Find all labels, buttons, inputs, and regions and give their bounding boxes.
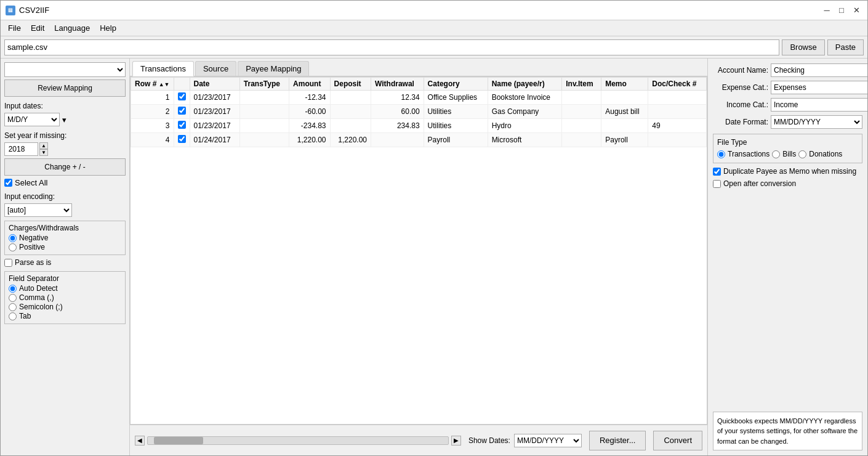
cell-category: Utilities: [424, 119, 488, 133]
cell-check[interactable]: [174, 133, 190, 147]
file-bar: Browse Paste: [1, 36, 867, 59]
app-icon: ▤: [6, 6, 15, 15]
encoding-dropdown[interactable]: [auto]: [4, 203, 72, 217]
income-cat-input[interactable]: [771, 98, 867, 112]
col-header-invitem[interactable]: Inv.Item: [562, 78, 601, 91]
year-up-button[interactable]: ▲: [39, 142, 48, 149]
scroll-left-button[interactable]: ◀: [135, 436, 145, 446]
review-mapping-button[interactable]: Review Mapping: [4, 79, 126, 97]
col-header-name[interactable]: Name (payee/r): [488, 78, 562, 91]
cell-check[interactable]: [174, 91, 190, 105]
tab-payee-mapping[interactable]: Payee Mapping: [238, 61, 309, 76]
open-after-checkbox[interactable]: [713, 180, 721, 188]
year-down-button[interactable]: ▼: [39, 149, 48, 156]
income-cat-label: Income Cat.:: [713, 100, 768, 109]
semicolon-radio[interactable]: [9, 303, 17, 311]
donations-radio[interactable]: [798, 150, 806, 158]
account-name-input[interactable]: [771, 63, 867, 77]
input-dates-label: Input dates:: [4, 102, 126, 110]
cell-rownum: 3: [131, 119, 174, 133]
menu-help[interactable]: Help: [95, 22, 121, 34]
row-checkbox[interactable]: [178, 135, 186, 143]
row-checkbox[interactable]: [178, 107, 186, 115]
horizontal-scrollbar: ◀ ▶: [135, 436, 461, 446]
bills-radio[interactable]: [772, 150, 780, 158]
tab-radio[interactable]: [9, 312, 17, 320]
cell-rownum: 1: [131, 91, 174, 105]
cell-transtype: [239, 105, 289, 119]
tab-source[interactable]: Source: [195, 61, 236, 76]
table-row: 1 01/23/2017 -12.34 12.34 Office Supplie…: [131, 91, 707, 105]
parse-as-is-row: Parse as is: [4, 258, 126, 267]
field-separator-group: Field Separator Auto Detect Comma (,) Se…: [4, 271, 126, 324]
income-cat-row: Income Cat.:: [713, 98, 862, 112]
close-button[interactable]: ✕: [850, 4, 862, 17]
scroll-track[interactable]: [147, 436, 449, 445]
menu-language[interactable]: Language: [49, 22, 95, 34]
tab-row: Tab: [9, 312, 121, 320]
open-after-label: Open after conversion: [723, 179, 796, 188]
cell-withdrawal: 12.34: [371, 91, 424, 105]
minimize-button[interactable]: ─: [821, 4, 833, 17]
tab-transactions[interactable]: Transactions: [132, 61, 194, 76]
transactions-radio-label: Transactions: [728, 150, 770, 158]
col-header-category[interactable]: Category: [424, 78, 488, 91]
cell-transtype: [239, 119, 289, 133]
spin-buttons: ▲ ▼: [39, 142, 48, 156]
charges-group: Charges/Withdrawals Negative Positive: [4, 221, 126, 255]
maximize-button[interactable]: □: [835, 4, 848, 17]
row-checkbox[interactable]: [178, 121, 186, 129]
browse-button[interactable]: Browse: [782, 39, 824, 55]
menu-edit[interactable]: Edit: [26, 22, 49, 34]
col-header-date[interactable]: Date: [190, 78, 239, 91]
cell-category: Utilities: [424, 105, 488, 119]
convert-button[interactable]: Convert: [653, 431, 702, 450]
main-dropdown[interactable]: [4, 62, 126, 77]
menu-file[interactable]: File: [3, 22, 26, 34]
cell-invitem: [562, 119, 601, 133]
title-bar: ▤ CSV2IIF ─ □ ✕: [1, 1, 867, 20]
positive-radio[interactable]: [9, 243, 17, 251]
register-button[interactable]: Register...: [589, 431, 646, 450]
cell-invitem: [562, 105, 601, 119]
col-header-doccheck[interactable]: Doc/Check #: [648, 78, 707, 91]
scroll-right-button[interactable]: ▶: [451, 436, 461, 446]
scroll-thumb[interactable]: [154, 437, 203, 444]
expense-cat-input[interactable]: [771, 81, 867, 94]
date-format-dropdown-right[interactable]: MM/DD/YYYY: [771, 115, 862, 129]
tab-label: Tab: [19, 312, 31, 320]
file-path-input[interactable]: [4, 39, 779, 55]
expense-cat-row: Expense Cat.:: [713, 81, 862, 94]
cell-withdrawal: 60.00: [371, 105, 424, 119]
change-button[interactable]: Change + / -: [4, 158, 126, 176]
bottom-bar: ◀ ▶ Show Dates: MM/DD/YYYY Register... C…: [130, 425, 707, 455]
show-dates-dropdown[interactable]: MM/DD/YYYY: [514, 434, 582, 447]
cell-amount: -234.83: [289, 119, 330, 133]
file-type-radios: Transactions Bills Donations: [717, 149, 858, 159]
year-input[interactable]: [4, 142, 38, 156]
duplicate-payee-checkbox[interactable]: [713, 168, 721, 176]
date-format-dropdown[interactable]: M/D/Y: [4, 113, 60, 126]
parse-as-is-checkbox[interactable]: [4, 259, 12, 267]
col-header-withdrawal[interactable]: Withdrawal: [371, 78, 424, 91]
comma-radio[interactable]: [9, 294, 17, 302]
col-header-deposit[interactable]: Deposit: [330, 78, 371, 91]
cell-check[interactable]: [174, 105, 190, 119]
table-row: 2 01/23/2017 -60.00 60.00 Utilities Gas …: [131, 105, 707, 119]
auto-detect-radio[interactable]: [9, 285, 17, 293]
transactions-radio[interactable]: [717, 150, 725, 158]
info-text: Quickbooks expects MM/DD/YYYY regardless…: [717, 417, 858, 445]
negative-radio[interactable]: [9, 234, 17, 242]
cell-name: Microsoft: [488, 133, 562, 147]
row-checkbox[interactable]: [178, 92, 186, 100]
col-header-amount[interactable]: Amount: [289, 78, 330, 91]
main-layout: Review Mapping Input dates: M/D/Y ▾ Set …: [1, 59, 867, 455]
auto-detect-label: Auto Detect: [19, 284, 58, 293]
select-all-checkbox[interactable]: [4, 179, 12, 187]
paste-button[interactable]: Paste: [827, 39, 864, 55]
col-header-memo[interactable]: Memo: [601, 78, 648, 91]
cell-deposit: [330, 91, 371, 105]
cell-check[interactable]: [174, 119, 190, 133]
info-box: Quickbooks expects MM/DD/YYYY regardless…: [713, 412, 862, 451]
col-header-transtype[interactable]: TransType: [239, 78, 289, 91]
